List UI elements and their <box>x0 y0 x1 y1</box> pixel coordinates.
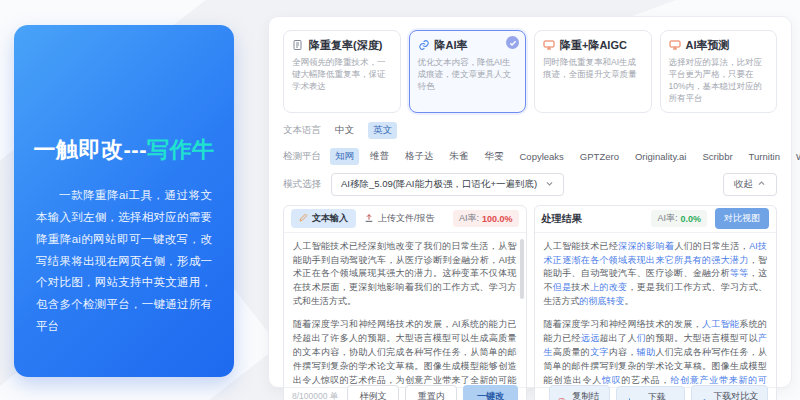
platform-option[interactable]: Scribbr <box>698 149 738 164</box>
hero-title-main: 一触即改--- <box>34 137 147 162</box>
chevron-up-icon <box>757 179 766 190</box>
feature-card-desc: 优化文本内容，降低AI生成痕迹，使文章更具人文特色 <box>418 57 518 93</box>
check-icon <box>506 36 519 49</box>
hero-title: 一触即改---写作牛 <box>14 135 234 165</box>
reset-content-button[interactable]: 重置内容 <box>405 385 457 400</box>
feature-card-title: 降重复率(深度) <box>309 38 382 53</box>
input-panel-header: 文本输入 上传文件/报告 AI率: 100.0% <box>284 206 526 233</box>
platform-option[interactable]: 华雯 <box>480 148 509 165</box>
tab-upload-file[interactable]: 上传文件/报告 <box>364 212 435 225</box>
platform-option[interactable]: Winston AI <box>791 149 800 164</box>
hero-panel: 一触即改---写作牛 一款降重降ai工具，通过将文本输入到左侧，选择相对应的需要… <box>14 25 234 377</box>
platform-option[interactable]: 维普 <box>365 148 394 165</box>
input-paragraph: 随着深度学习和神经网络技术的发展，AI系统的能力已经超出了许多人的预期。大型语言… <box>293 318 517 386</box>
platform-option[interactable]: 格子达 <box>400 148 439 165</box>
language-option-chinese[interactable]: 中文 <box>330 122 359 139</box>
input-paragraph: 人工智能技术已经深刻地改变了我们的日常生活，从智能助手到自动驾驶汽车，从医疗诊断… <box>293 240 517 310</box>
input-textarea[interactable]: 人工智能技术已经深刻地改变了我们的日常生活，从智能助手到自动驾驶汽车，从医疗诊断… <box>284 233 526 387</box>
feature-cards-row: 降重复率(深度) 全网领先的降重技术，一键大幅降低重复率，保证学术表达 降AI率… <box>283 30 777 113</box>
feature-card-title: AI率预测 <box>686 38 730 53</box>
platform-option[interactable]: 知网 <box>330 148 359 165</box>
result-panel-title: 处理结果 <box>542 212 582 226</box>
chevron-down-icon <box>545 179 554 190</box>
tab-text-input[interactable]: 文本输入 <box>291 209 356 228</box>
ai-rate-value: 100.0% <box>482 214 513 224</box>
download-docx-label: 下载DOCX <box>638 391 676 400</box>
main-card: 降重复率(深度) 全网领先的降重技术，一键大幅降低重复率，保证学术表达 降AI率… <box>268 16 792 388</box>
feature-card-title: 降AI率 <box>435 38 468 53</box>
platform-option[interactable]: GPTZero <box>575 149 624 164</box>
download-docx-button[interactable]: 下载DOCX <box>616 386 685 400</box>
editor-panels: 文本输入 上传文件/报告 AI率: 100.0% 人工智能技术已经深刻地改变了我… <box>283 205 777 400</box>
hero-description: 一款降重降ai工具，通过将文本输入到左侧，选择相对应的需要降重降ai的网站即可一… <box>36 185 212 338</box>
feature-card-desc: 选择对应的算法，比对应平台更为严格，只要在10%内，基本稳过对应的所有平台 <box>669 57 769 105</box>
collapse-label: 收起 <box>734 178 753 191</box>
result-panel-footer: 复制结果 下载DOCX 下载对比文档 <box>535 387 777 400</box>
result-paragraph: 随着深度学习和神经网络技术的发展，人工智能系统的能力已经远远超出了人们的预期。大… <box>544 318 768 386</box>
download-compare-doc-label: 下载对比文档 <box>713 390 759 400</box>
result-ai-rate-badge: AI率: 0.0% <box>651 210 707 227</box>
feature-card-desc: 全网领先的降重技术，一键大幅降低重复率，保证学术表达 <box>292 57 392 93</box>
platform-option[interactable]: Turnitin <box>744 149 785 164</box>
feature-card-title: 降重+降AIGC <box>560 38 627 53</box>
platform-list: 知网维普格子达朱雀华雯CopyleaksGPTZeroOriginality.a… <box>330 148 800 165</box>
feature-card-reduce-dup-aigc[interactable]: 降重+降AIGC 同时降低重复率和AI生成痕迹，全面提升文章质量 <box>534 30 652 113</box>
input-panel: 文本输入 上传文件/报告 AI率: 100.0% 人工智能技术已经深刻地改变了我… <box>283 205 527 400</box>
mode-select-value: AI移除_5.09(降AI能力极强，口语化+一遍到底) <box>341 178 537 191</box>
feature-card-ai-rate-predict[interactable]: AI率预测 选择对应的算法，比对应平台更为严格，只要在10%内，基本稳过对应的所… <box>660 30 778 113</box>
mode-row: 模式选择 AI移除_5.09(降AI能力极强，口语化+一遍到底) 收起 <box>283 173 777 196</box>
platform-option[interactable]: Copyleaks <box>515 149 569 164</box>
mode-label: 模式选择 <box>283 178 321 191</box>
feature-card-reduce-duplication[interactable]: 降重复率(深度) 全网领先的降重技术，一键大幅降低重复率，保证学术表达 <box>283 30 401 113</box>
language-option-english[interactable]: 英文 <box>368 122 397 139</box>
result-text-area[interactable]: 人工智能技术已经深深的影响着人们的日常生活，AI技术正逐渐在各个领域表现出来它所… <box>535 233 777 387</box>
rewrite-button[interactable]: 一键改写 <box>463 385 517 400</box>
copy-result-button[interactable]: 复制结果 <box>549 385 610 400</box>
platform-row: 检测平台 知网维普格子达朱雀华雯CopyleaksGPTZeroOriginal… <box>283 148 777 165</box>
feature-card-reduce-ai-rate[interactable]: 降AI率 优化文本内容，降低AI生成痕迹，使文章更具人文特色 <box>409 30 527 113</box>
pencil-icon <box>299 213 308 224</box>
mode-select[interactable]: AI移除_5.09(降AI能力极强，口语化+一遍到底) <box>331 173 564 196</box>
link-icon <box>418 39 430 53</box>
result-paragraph: 人工智能技术已经深深的影响着人们的日常生活，AI技术正逐渐在各个领域表现出来它所… <box>544 240 768 310</box>
upload-icon <box>364 213 374 225</box>
input-ai-rate-badge: AI率: 100.0% <box>453 210 519 227</box>
feature-card-desc: 同时降低重复率和AI生成痕迹，全面提升文章质量 <box>543 57 643 81</box>
ai-rate-label: AI率: <box>657 212 677 225</box>
word-count: 8/100000 单词 <box>292 391 341 400</box>
document-edit-icon <box>292 39 304 53</box>
hero-title-accent: 写作牛 <box>147 137 215 162</box>
tab-upload-file-label: 上传文件/报告 <box>378 212 435 225</box>
copy-result-label: 复制结果 <box>571 390 601 400</box>
language-row: 文本语言 中文 英文 <box>283 122 777 139</box>
language-label: 文本语言 <box>283 124 321 137</box>
sample-text-button[interactable]: 样例文本 <box>347 385 399 400</box>
result-panel-header: 处理结果 AI率: 0.0% 对比视图 <box>535 206 777 233</box>
ai-rate-label: AI率: <box>459 212 479 225</box>
compare-view-button[interactable]: 对比视图 <box>715 208 769 229</box>
input-panel-footer: 8/100000 单词 样例文本 重置内容 一键改写 <box>284 387 526 400</box>
collapse-button[interactable]: 收起 <box>723 173 777 196</box>
platform-option[interactable]: 朱雀 <box>445 148 474 165</box>
tab-text-input-label: 文本输入 <box>312 212 348 225</box>
platform-label: 检测平台 <box>283 150 321 163</box>
scrollbar[interactable] <box>520 239 524 299</box>
result-panel: 处理结果 AI率: 0.0% 对比视图 人工智能技术已经深深的影响着人们的日常生… <box>534 205 778 400</box>
download-compare-doc-button[interactable]: 下载对比文档 <box>691 385 768 400</box>
platform-option[interactable]: Originality.ai <box>630 149 692 164</box>
monitor-icon <box>543 39 555 53</box>
monitor-icon <box>669 39 681 53</box>
ai-rate-value: 0.0% <box>680 214 701 224</box>
